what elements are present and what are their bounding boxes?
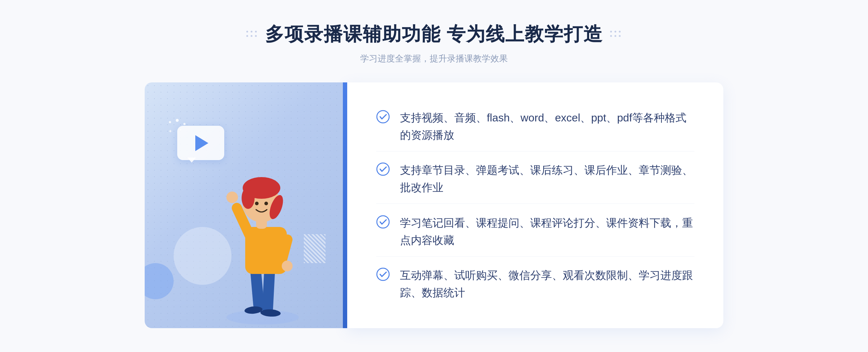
right-decorative-dots [610, 31, 622, 38]
svg-point-25 [377, 268, 389, 280]
svg-point-15 [255, 202, 259, 205]
header-section: 多项录播课辅助功能 专为线上教学打造 学习进度全掌握，提升录播课教学效果 [246, 22, 622, 64]
sparkle-decoration: ✦ ✦ [166, 119, 188, 137]
blue-vertical-bar [343, 82, 347, 328]
svg-point-17 [169, 121, 171, 123]
svg-point-9 [282, 261, 293, 271]
circle-medium-deco [145, 263, 174, 299]
svg-point-18 [176, 119, 179, 122]
svg-point-23 [377, 163, 389, 175]
svg-point-19 [183, 123, 186, 125]
feature-item-4: 互动弹幕、试听购买、微信分享、观看次数限制、学习进度跟踪、数据统计 [376, 259, 694, 309]
left-decorative-dots [246, 31, 258, 38]
feature-item-1: 支持视频、音频、flash、word、excel、ppt、pdf等各种格式的资源… [376, 102, 694, 151]
play-icon [195, 135, 208, 151]
feature-text-3: 学习笔记回看、课程提问、课程评论打分、课件资料下载，重点内容收藏 [400, 214, 694, 249]
svg-point-13 [242, 187, 255, 209]
svg-point-16 [264, 202, 268, 205]
svg-point-7 [226, 192, 238, 203]
page-container: 多项录播课辅助功能 专为线上教学打造 学习进度全掌握，提升录播课教学效果 » [0, 0, 868, 352]
main-content: » [145, 82, 723, 328]
feature-text-4: 互动弹幕、试听购买、微信分享、观看次数限制、学习进度跟踪、数据统计 [400, 267, 694, 301]
check-icon-3 [376, 215, 390, 229]
svg-point-22 [377, 111, 389, 123]
feature-text-1: 支持视频、音频、flash、word、excel、ppt、pdf等各种格式的资源… [400, 109, 694, 144]
feature-item-3: 学习笔记回看、课程提问、课程评论打分、课件资料下载，重点内容收藏 [376, 207, 694, 257]
person-illustration [216, 147, 317, 328]
title-row: 多项录播课辅助功能 专为线上教学打造 [246, 22, 622, 47]
svg-text:✦: ✦ [168, 128, 173, 134]
check-icon-1 [376, 110, 390, 124]
svg-text:✦: ✦ [179, 128, 182, 132]
main-title: 多项录播课辅助功能 专为线上教学打造 [265, 22, 603, 47]
check-icon-4 [376, 267, 390, 281]
feature-text-2: 支持章节目录、弹题考试、课后练习、课后作业、章节测验、批改作业 [400, 162, 694, 196]
subtitle: 学习进度全掌握，提升录播课教学效果 [360, 53, 508, 64]
features-panel: 支持视频、音频、flash、word、excel、ppt、pdf等各种格式的资源… [347, 82, 723, 328]
feature-item-2: 支持章节目录、弹题考试、课后练习、课后作业、章节测验、批改作业 [376, 154, 694, 204]
svg-point-24 [377, 216, 389, 228]
illustration-panel: ✦ ✦ [145, 82, 347, 328]
check-icon-2 [376, 162, 390, 176]
